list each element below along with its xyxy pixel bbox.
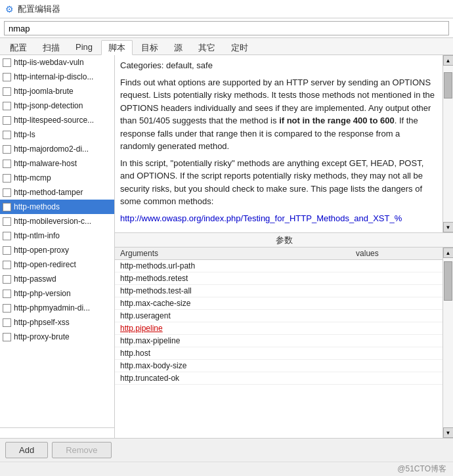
params-scroll-thumb[interactable] [444,261,452,301]
list-item[interactable]: http-phpself-xss [0,315,114,330]
list-item-checkbox[interactable] [3,58,11,67]
list-item[interactable]: http-joomla-brute [0,84,114,98]
list-horizontal-scroll[interactable] [0,427,114,438]
list-item-checkbox[interactable] [3,232,11,240]
tab---[interactable]: 其它 [191,40,223,54]
search-input[interactable] [4,21,449,35]
list-item[interactable]: http-method-tamper [0,185,114,200]
param-arg: http.pipeline [115,322,351,335]
list-item-checkbox[interactable] [3,73,11,81]
desc-scrollbar[interactable]: ▲ ▼ [442,55,453,232]
list-item-checkbox[interactable] [3,131,11,139]
list-item[interactable]: http-proxy-brute [0,330,114,344]
left-panel: http-iis-webdav-vulnhttp-internal-ip-dis… [0,55,115,438]
list-item-checkbox[interactable] [3,304,11,313]
list-item-checkbox[interactable] [3,188,11,197]
list-item[interactable]: http-open-proxy [0,243,114,257]
params-scroll-down-btn[interactable]: ▼ [443,427,454,438]
list-item[interactable]: http-litespeed-source... [0,113,114,127]
right-panel: Categories: default, safeFinds out what … [115,55,453,438]
params-row[interactable]: http.max-pipeline [115,335,442,347]
param-value[interactable] [351,322,442,335]
list-item-label: http-phpmyadmin-di... [14,303,112,313]
scroll-thumb-desc[interactable] [444,72,452,98]
param-value[interactable] [351,272,442,285]
script-list-scroll[interactable]: http-iis-webdav-vulnhttp-internal-ip-dis… [0,55,114,427]
params-row[interactable]: http.max-body-size [115,360,442,372]
tab-ping[interactable]: Ping [68,40,100,54]
list-item[interactable]: http-php-version [0,286,114,301]
tab---[interactable]: 配置 [3,40,34,54]
param-value[interactable] [351,310,442,322]
list-item-label: http-internal-ip-disclo... [14,72,112,81]
list-item-label: http-majordomo2-di... [14,144,112,154]
search-bar [0,18,453,38]
scroll-down-btn[interactable]: ▼ [443,222,454,232]
tab---[interactable]: 扫描 [35,40,67,54]
list-item[interactable]: http-jsonp-detection [0,98,114,113]
remove-button[interactable]: Remove [52,442,111,458]
tab---[interactable]: 脚本 [101,40,133,55]
params-scroll-up-btn[interactable]: ▲ [443,248,454,258]
params-row[interactable]: http-methods.test-all [115,285,442,297]
tab--[interactable]: 源 [167,40,190,54]
title-bar-text: 配置编辑器 [18,3,60,15]
param-value[interactable] [351,347,442,360]
param-value[interactable] [351,335,442,347]
list-item-label: http-joomla-brute [14,87,112,96]
desc-link[interactable]: http://www.owasp.org/index.php/Testing_f… [120,212,437,225]
list-item-checkbox[interactable] [3,174,11,183]
param-value[interactable] [351,360,442,372]
params-table-wrap[interactable]: Arguments values http-methods.url-pathht… [115,248,442,438]
params-row[interactable]: http.max-cache-size [115,297,442,310]
params-scrollbar[interactable]: ▲ ▼ [442,248,453,438]
list-item-checkbox[interactable] [3,160,11,168]
list-item-checkbox[interactable] [3,246,11,255]
list-item-checkbox[interactable] [3,87,11,96]
params-row[interactable]: http.host [115,347,442,360]
params-scroll-track[interactable] [443,258,453,427]
scroll-up-btn[interactable]: ▲ [443,55,454,66]
list-item-label: http-mcmp [14,173,112,183]
list-item[interactable]: http-passwd [0,272,114,286]
params-row[interactable]: http-methods.url-path [115,260,442,272]
tab---[interactable]: 目标 [134,40,165,54]
add-button[interactable]: Add [5,442,48,458]
list-item[interactable]: http-phpmyadmin-di... [0,301,114,315]
params-row[interactable]: http.pipeline [115,322,442,335]
param-value[interactable] [351,297,442,310]
list-item[interactable]: http-ls [0,127,114,142]
list-item[interactable]: http-iis-webdav-vuln [0,55,114,70]
params-row[interactable]: http.truncated-ok [115,372,442,385]
bottom-bar: Add Remove [0,438,453,462]
list-item[interactable]: http-internal-ip-disclo... [0,70,114,84]
list-item-checkbox[interactable] [3,318,11,327]
list-item[interactable]: http-open-redirect [0,257,114,272]
list-item[interactable]: http-mcmp [0,171,114,185]
params-row[interactable]: http-methods.retest [115,272,442,285]
param-value[interactable] [351,285,442,297]
list-item-checkbox[interactable] [3,275,11,284]
list-item[interactable]: http-methods [0,200,114,214]
watermark: @51CTO博客 [0,462,453,476]
list-item-checkbox[interactable] [3,261,11,269]
list-item-checkbox[interactable] [3,290,11,298]
list-item-checkbox[interactable] [3,102,11,110]
list-item-checkbox[interactable] [3,333,11,341]
params-title: 参数 [115,233,453,248]
params-row[interactable]: http.useragent [115,310,442,322]
list-item-label: http-proxy-brute [14,332,112,341]
list-item-checkbox[interactable] [3,217,11,226]
list-item-label: http-litespeed-source... [14,116,112,125]
param-value[interactable] [351,260,442,272]
param-value[interactable] [351,372,442,385]
scroll-track-desc[interactable] [443,66,453,222]
list-item[interactable]: http-malware-host [0,156,114,171]
list-item[interactable]: http-mobileversion-c... [0,214,114,228]
list-item[interactable]: http-ntlm-info [0,228,114,243]
list-item-checkbox[interactable] [3,145,11,154]
list-item-checkbox[interactable] [3,116,11,125]
list-item-checkbox[interactable] [3,203,11,211]
list-item[interactable]: http-majordomo2-di... [0,142,114,156]
tab---[interactable]: 定时 [224,40,255,54]
